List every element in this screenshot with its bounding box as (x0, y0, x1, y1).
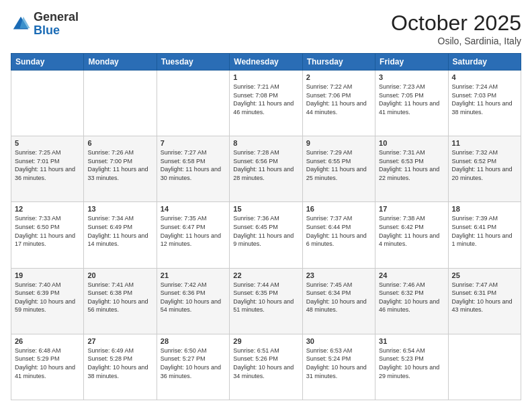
day-number: 22 (233, 271, 298, 279)
calendar-cell: 6Sunrise: 7:26 AM Sunset: 7:00 PM Daylig… (84, 136, 157, 202)
day-number: 24 (379, 271, 444, 279)
day-info: Sunrise: 7:24 AM Sunset: 7:03 PM Dayligh… (452, 83, 517, 116)
day-number: 21 (161, 271, 226, 279)
calendar-cell: 24Sunrise: 7:46 AM Sunset: 6:32 PM Dayli… (375, 268, 448, 334)
day-number: 29 (233, 337, 298, 345)
calendar-cell: 22Sunrise: 7:44 AM Sunset: 6:35 PM Dayli… (230, 268, 302, 334)
day-info: Sunrise: 7:26 AM Sunset: 7:00 PM Dayligh… (87, 148, 152, 182)
day-info: Sunrise: 7:44 AM Sunset: 6:35 PM Dayligh… (233, 281, 298, 314)
day-number: 6 (87, 139, 152, 147)
day-number: 9 (306, 139, 371, 147)
day-number: 19 (15, 271, 80, 279)
day-number: 4 (452, 73, 517, 81)
calendar-cell: 23Sunrise: 7:45 AM Sunset: 6:34 PM Dayli… (302, 268, 375, 334)
calendar-header-thursday: Thursday (302, 54, 375, 71)
calendar-cell (157, 71, 229, 136)
calendar-cell: 16Sunrise: 7:37 AM Sunset: 6:44 PM Dayli… (302, 202, 375, 268)
calendar-cell: 4Sunrise: 7:24 AM Sunset: 7:03 PM Daylig… (448, 71, 521, 136)
day-number: 31 (379, 337, 444, 345)
calendar-cell: 9Sunrise: 7:29 AM Sunset: 6:55 PM Daylig… (302, 136, 375, 202)
day-number: 16 (306, 205, 371, 213)
page: General Blue October 2025 Osilo, Sardini… (0, 0, 532, 411)
calendar-cell: 15Sunrise: 7:36 AM Sunset: 6:45 PM Dayli… (230, 202, 302, 268)
day-number: 30 (306, 337, 371, 345)
day-number: 14 (161, 205, 226, 213)
day-number: 15 (233, 205, 298, 213)
day-number: 10 (379, 139, 444, 147)
calendar-header-friday: Friday (375, 54, 448, 71)
day-number: 18 (452, 205, 517, 213)
day-info: Sunrise: 7:38 AM Sunset: 6:42 PM Dayligh… (379, 214, 444, 248)
day-info: Sunrise: 7:39 AM Sunset: 6:41 PM Dayligh… (452, 214, 517, 248)
calendar-week-row: 1Sunrise: 7:21 AM Sunset: 7:08 PM Daylig… (11, 71, 521, 136)
calendar-cell: 7Sunrise: 7:27 AM Sunset: 6:58 PM Daylig… (157, 136, 229, 202)
calendar-week-row: 26Sunrise: 6:48 AM Sunset: 5:29 PM Dayli… (11, 334, 521, 400)
calendar-cell: 3Sunrise: 7:23 AM Sunset: 7:05 PM Daylig… (375, 71, 448, 136)
calendar-cell: 29Sunrise: 6:51 AM Sunset: 5:26 PM Dayli… (230, 334, 302, 400)
day-info: Sunrise: 7:42 AM Sunset: 6:36 PM Dayligh… (161, 281, 226, 314)
calendar-cell: 20Sunrise: 7:41 AM Sunset: 6:38 PM Dayli… (84, 268, 157, 334)
day-info: Sunrise: 7:22 AM Sunset: 7:06 PM Dayligh… (306, 83, 371, 116)
day-number: 8 (233, 139, 298, 147)
day-number: 20 (87, 271, 152, 279)
day-info: Sunrise: 7:36 AM Sunset: 6:45 PM Dayligh… (233, 214, 298, 248)
calendar-cell: 10Sunrise: 7:31 AM Sunset: 6:53 PM Dayli… (375, 136, 448, 202)
day-number: 11 (452, 139, 517, 147)
day-number: 27 (87, 337, 152, 345)
calendar-cell: 13Sunrise: 7:34 AM Sunset: 6:49 PM Dayli… (84, 202, 157, 268)
day-number: 1 (233, 73, 298, 81)
day-info: Sunrise: 7:28 AM Sunset: 6:56 PM Dayligh… (233, 148, 298, 182)
day-number: 2 (306, 73, 371, 81)
location-subtitle: Osilo, Sardinia, Italy (391, 36, 521, 46)
calendar-cell (84, 71, 157, 136)
logo: General Blue (11, 11, 79, 38)
day-info: Sunrise: 7:46 AM Sunset: 6:32 PM Dayligh… (379, 281, 444, 314)
calendar-cell: 26Sunrise: 6:48 AM Sunset: 5:29 PM Dayli… (11, 334, 84, 400)
calendar-cell: 12Sunrise: 7:33 AM Sunset: 6:50 PM Dayli… (11, 202, 84, 268)
day-info: Sunrise: 7:41 AM Sunset: 6:38 PM Dayligh… (87, 281, 152, 314)
calendar-cell: 1Sunrise: 7:21 AM Sunset: 7:08 PM Daylig… (230, 71, 302, 136)
calendar-cell: 21Sunrise: 7:42 AM Sunset: 6:36 PM Dayli… (157, 268, 229, 334)
day-info: Sunrise: 6:54 AM Sunset: 5:23 PM Dayligh… (379, 347, 444, 380)
day-number: 12 (15, 205, 80, 213)
calendar-cell: 31Sunrise: 6:54 AM Sunset: 5:23 PM Dayli… (375, 334, 448, 400)
day-info: Sunrise: 7:35 AM Sunset: 6:47 PM Dayligh… (161, 214, 226, 248)
day-number: 23 (306, 271, 371, 279)
day-number: 13 (87, 205, 152, 213)
day-number: 7 (161, 139, 226, 147)
calendar-cell: 5Sunrise: 7:25 AM Sunset: 7:01 PM Daylig… (11, 136, 84, 202)
calendar-cell: 28Sunrise: 6:50 AM Sunset: 5:27 PM Dayli… (157, 334, 229, 400)
day-info: Sunrise: 7:47 AM Sunset: 6:31 PM Dayligh… (452, 281, 517, 314)
day-number: 25 (452, 271, 517, 279)
calendar-cell: 14Sunrise: 7:35 AM Sunset: 6:47 PM Dayli… (157, 202, 229, 268)
calendar-cell: 19Sunrise: 7:40 AM Sunset: 6:39 PM Dayli… (11, 268, 84, 334)
month-title: October 2025 (391, 11, 521, 36)
day-info: Sunrise: 7:33 AM Sunset: 6:50 PM Dayligh… (15, 214, 80, 248)
logo-icon (11, 14, 31, 34)
day-info: Sunrise: 7:34 AM Sunset: 6:49 PM Dayligh… (87, 214, 152, 248)
calendar-cell: 8Sunrise: 7:28 AM Sunset: 6:56 PM Daylig… (230, 136, 302, 202)
day-number: 5 (15, 139, 80, 147)
day-info: Sunrise: 6:53 AM Sunset: 5:24 PM Dayligh… (306, 347, 371, 380)
day-info: Sunrise: 7:27 AM Sunset: 6:58 PM Dayligh… (161, 148, 226, 182)
header: General Blue October 2025 Osilo, Sardini… (11, 11, 521, 46)
title-block: October 2025 Osilo, Sardinia, Italy (391, 11, 521, 46)
calendar-cell: 11Sunrise: 7:32 AM Sunset: 6:52 PM Dayli… (448, 136, 521, 202)
calendar-week-row: 5Sunrise: 7:25 AM Sunset: 7:01 PM Daylig… (11, 136, 521, 202)
calendar: SundayMondayTuesdayWednesdayThursdayFrid… (11, 53, 521, 400)
calendar-cell (11, 71, 84, 136)
day-info: Sunrise: 7:40 AM Sunset: 6:39 PM Dayligh… (15, 281, 80, 314)
calendar-header-tuesday: Tuesday (157, 54, 229, 71)
calendar-header-wednesday: Wednesday (230, 54, 302, 71)
day-info: Sunrise: 6:48 AM Sunset: 5:29 PM Dayligh… (15, 347, 80, 380)
day-info: Sunrise: 6:49 AM Sunset: 5:28 PM Dayligh… (87, 347, 152, 380)
calendar-header-monday: Monday (84, 54, 157, 71)
calendar-cell (448, 334, 521, 400)
day-info: Sunrise: 7:45 AM Sunset: 6:34 PM Dayligh… (306, 281, 371, 314)
calendar-cell: 17Sunrise: 7:38 AM Sunset: 6:42 PM Dayli… (375, 202, 448, 268)
day-info: Sunrise: 7:32 AM Sunset: 6:52 PM Dayligh… (452, 148, 517, 182)
day-number: 28 (161, 337, 226, 345)
day-info: Sunrise: 7:31 AM Sunset: 6:53 PM Dayligh… (379, 148, 444, 182)
calendar-header-row: SundayMondayTuesdayWednesdayThursdayFrid… (11, 54, 521, 71)
day-info: Sunrise: 6:50 AM Sunset: 5:27 PM Dayligh… (161, 347, 226, 380)
